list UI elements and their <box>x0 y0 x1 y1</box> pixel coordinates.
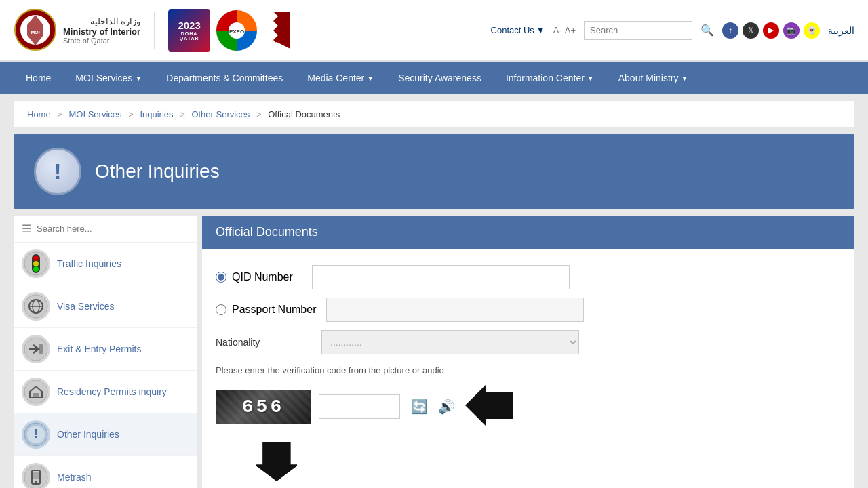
svg-rect-16 <box>39 344 43 354</box>
arabic-language-button[interactable]: العربية <box>828 25 854 36</box>
qid-radio[interactable] <box>216 272 226 283</box>
breadcrumb-inquiries[interactable]: Inquiries <box>140 109 173 119</box>
sidebar: ☰ Traffic Inquiries <box>14 216 197 488</box>
youtube-icon[interactable]: ▶ <box>763 22 779 39</box>
expo-circle-icon: EXPO <box>216 9 258 52</box>
traffic-icon <box>22 249 50 278</box>
nationality-select[interactable]: ............ <box>321 330 579 354</box>
sidebar-item-exit-entry[interactable]: Exit & Entry Permits <box>14 328 197 371</box>
svg-text:EXPO: EXPO <box>229 28 244 35</box>
sidebar-search-input[interactable] <box>37 224 189 234</box>
page-header-icon: ! <box>34 148 81 195</box>
captcha-refresh-button[interactable]: 🔄 <box>408 396 430 418</box>
expo-badge: 2023 DOHA QATAR EXPO <box>168 9 290 52</box>
nav-security-awareness[interactable]: Security Awareness <box>386 62 494 94</box>
svg-point-10 <box>33 266 39 272</box>
form-area: Official Documents QID Number Passport N… <box>202 216 854 488</box>
instagram-icon[interactable]: 📷 <box>783 22 800 39</box>
nav-departments[interactable]: Departments & Committees <box>154 62 295 94</box>
qid-label: QID Number <box>232 271 293 283</box>
captcha-image: 656 <box>216 390 311 424</box>
svg-rect-18 <box>33 393 39 397</box>
form-title: Official Documents <box>216 225 318 239</box>
nav-info-arrow: ▼ <box>587 75 594 82</box>
other-inquiries-icon: ! <box>22 420 50 449</box>
nationality-label: Nationality <box>216 337 311 348</box>
back-arrow-icon <box>465 385 513 426</box>
breadcrumb-moi-services[interactable]: MOI Services <box>69 109 122 119</box>
captcha-input[interactable] <box>319 394 400 419</box>
sidebar-search-bar: ☰ <box>14 216 197 243</box>
down-arrow-icon <box>256 442 297 488</box>
breadcrumb-sep-4: > <box>256 109 262 119</box>
svg-text:!: ! <box>34 427 38 441</box>
other-inquiries-sidebar-icon: ! <box>24 422 48 447</box>
svg-marker-27 <box>256 442 297 481</box>
nav-about-ministry[interactable]: About Ministry ▼ <box>606 62 701 94</box>
font-decrease-button[interactable]: A- <box>553 25 562 35</box>
contact-us-link[interactable]: Contact Us ▼ <box>491 25 545 35</box>
qatar-flag-icon <box>263 12 290 49</box>
snapchat-icon[interactable]: 👻 <box>804 22 820 39</box>
nav-home[interactable]: Home <box>14 62 63 94</box>
breadcrumb-current: Offical Documents <box>268 109 340 119</box>
breadcrumb-sep-3: > <box>180 109 185 119</box>
qid-row: QID Number <box>216 265 841 289</box>
nav-about-arrow: ▼ <box>681 75 688 82</box>
captcha-controls: 🔄 🔊 <box>408 396 457 418</box>
passport-label: Passport Number <box>232 304 317 316</box>
down-arrow-indicator <box>256 442 297 488</box>
sidebar-item-residency[interactable]: Residency Permits inquiry <box>14 371 197 413</box>
verification-text: Please enter the verification code from … <box>216 365 841 375</box>
sidebar-label-exit: Exit & Entry Permits <box>57 344 141 354</box>
sidebar-label-traffic: Traffic Inquiries <box>57 258 121 269</box>
breadcrumb: Home > MOI Services > Inquiries > Other … <box>14 101 854 127</box>
breadcrumb-sep-2: > <box>128 109 134 119</box>
svg-point-9 <box>33 261 39 266</box>
residency-icon <box>22 378 50 406</box>
main-content: ☰ Traffic Inquiries <box>14 216 854 488</box>
sidebar-item-metrash[interactable]: Metrash <box>14 456 197 488</box>
captcha-audio-button[interactable]: 🔊 <box>435 396 457 418</box>
coat-of-arms: MOI وزارة الداخلية Ministry of Interior … <box>14 8 140 52</box>
svg-point-24 <box>35 481 37 483</box>
sidebar-menu-icon[interactable]: ☰ <box>22 222 31 235</box>
passport-radio[interactable] <box>216 304 226 315</box>
font-increase-button[interactable]: A+ <box>565 25 576 35</box>
twitter-icon[interactable]: 𝕏 <box>743 22 759 39</box>
passport-input[interactable] <box>326 298 584 322</box>
svg-rect-25 <box>33 472 39 479</box>
top-bar: MOI وزارة الداخلية Ministry of Interior … <box>0 0 868 61</box>
state-name: State of Qatar <box>63 37 140 45</box>
search-input[interactable] <box>584 21 692 40</box>
page-title: Other Inquiries <box>95 161 220 182</box>
traffic-light-icon <box>24 251 48 276</box>
sidebar-label-other: Other Inquiries <box>57 429 119 440</box>
nationality-row: Nationality ............ <box>216 330 841 354</box>
sidebar-item-traffic[interactable]: Traffic Inquiries <box>14 243 197 285</box>
sidebar-label-visa: Visa Services <box>57 301 115 312</box>
exit-entry-icon <box>22 335 50 363</box>
back-arrow-indicator <box>465 385 513 428</box>
nav-media-center[interactable]: Media Center ▼ <box>295 62 386 94</box>
captcha-code: 656 <box>242 396 284 418</box>
form-header: Official Documents <box>202 216 854 249</box>
sidebar-item-visa[interactable]: Visa Services <box>14 285 197 328</box>
facebook-icon[interactable]: f <box>722 22 738 39</box>
svg-point-17 <box>24 380 47 403</box>
metrash-service-icon <box>24 465 48 488</box>
breadcrumb-other-services[interactable]: Other Services <box>191 109 250 119</box>
search-button[interactable]: 🔍 <box>701 24 714 37</box>
nav-information-center[interactable]: Information Center ▼ <box>494 62 606 94</box>
breadcrumb-home[interactable]: Home <box>27 109 51 119</box>
sidebar-label-metrash: Metrash <box>57 472 92 483</box>
qid-input[interactable] <box>312 265 570 289</box>
svg-text:MOI: MOI <box>31 30 39 35</box>
residency-permits-icon <box>24 380 48 404</box>
nav-moi-services[interactable]: MOI Services ▼ <box>63 62 154 94</box>
top-right: Contact Us ▼ A- A+ 🔍 f 𝕏 ▶ 📷 👻 العربية <box>491 21 854 40</box>
sidebar-item-other-inquiries[interactable]: ! Other Inquiries <box>14 413 197 456</box>
qatar-coa-icon: MOI <box>14 8 58 52</box>
metrash-icon <box>22 463 50 488</box>
nav-moi-services-arrow: ▼ <box>135 75 142 82</box>
